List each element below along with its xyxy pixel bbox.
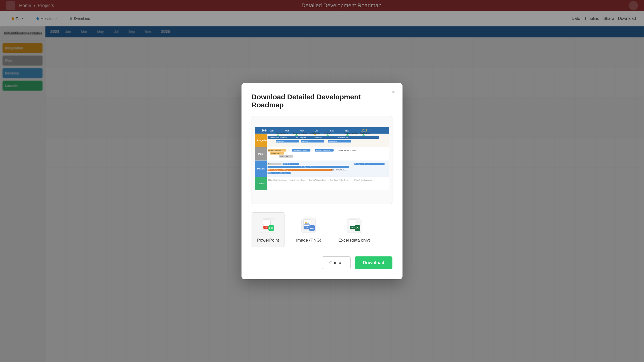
download-modal: × Download Detailed Development Roadmap … (242, 83, 403, 279)
format-options: P PPT PowerPoint PNG (252, 212, 392, 247)
svg-text:Prototype: Prototype (268, 163, 274, 165)
svg-text:Integration I: Integration I (276, 141, 284, 142)
svg-text:X: X (356, 226, 358, 229)
svg-text:Test Complete: Test Complete (295, 137, 306, 139)
svg-text:22 Jan ★ Public Website Live: 22 Jan ★ Public Website Live (268, 179, 287, 180)
svg-text:Monitoring: Monitoring (314, 137, 321, 139)
svg-text:Release Candidate: Release Candidate (344, 132, 358, 134)
modal-overlay: × Download Detailed Development Roadmap … (0, 0, 644, 362)
format-powerpoint[interactable]: P PPT PowerPoint (252, 212, 285, 247)
svg-text:2024: 2024 (262, 129, 268, 132)
svg-text:Development Phase II: Development Phase II (355, 163, 369, 165)
svg-text:Helpdesk Content Plan: Helpdesk Content Plan (316, 150, 330, 151)
format-png-label: Image (PNG) (296, 238, 321, 243)
svg-text:Load Balance: Load Balance (338, 137, 348, 139)
svg-text:Performance Validation: Performance Validation (270, 137, 287, 139)
svg-text:Launch: Launch (258, 182, 265, 185)
svg-rect-72 (255, 177, 389, 190)
svg-text:2025: 2025 (361, 129, 367, 132)
svg-text:24 Jan ★ Beta Blog Launch: 24 Jan ★ Beta Blog Launch (354, 179, 372, 180)
svg-text:Executive Review: Executive Review (276, 132, 289, 134)
svg-text:Assemble Resources: Assemble Resources (268, 150, 281, 151)
svg-text:Nov: Nov (345, 129, 349, 132)
cancel-button[interactable]: Cancel (322, 256, 351, 269)
svg-text:Alpha Build: Alpha Build (283, 163, 290, 165)
svg-text:2 Jul ★ WW Launch Event: 2 Jul ★ WW Launch Event (309, 179, 326, 180)
svg-text:Integration II: Integration II (302, 141, 310, 142)
svg-text:Develop: Develop (257, 167, 265, 170)
format-excel-label: Excel (data only) (338, 238, 370, 243)
format-png[interactable]: PNG IMG Image (PNG) (291, 212, 327, 247)
svg-text:Content 3: Content 3 (324, 132, 331, 134)
modal-close-button[interactable]: × (389, 88, 397, 96)
download-button[interactable]: Download (355, 256, 392, 269)
format-excel[interactable]: XLS X Excel (data only) (333, 212, 376, 247)
svg-text:May: May (300, 129, 305, 132)
svg-text:3 Jan - 7 Mar: 3 Jan - 7 Mar (280, 156, 288, 157)
svg-text:P: P (266, 226, 268, 229)
gantt-preview-container: 2024 Jan Mar May Jul Sep Nov 2025 (252, 116, 392, 204)
svg-text:Beta Release: Beta Release (310, 132, 320, 134)
svg-text:PNG: PNG (305, 227, 309, 228)
svg-text:IMG: IMG (310, 228, 314, 229)
svg-text:Final Release: Final Release (360, 132, 370, 134)
svg-text:RC Pilot Deployment ▼ 24 Aug: RC Pilot Deployment ▼ 24 Aug (268, 169, 288, 171)
svg-text:31 Oct - 1 Jan ★ V2 Developmen: 31 Oct - 1 Jan ★ V2 Development Begins (268, 172, 294, 174)
svg-text:Plan: Plan (258, 153, 263, 155)
excel-icon: XLS X (345, 217, 363, 235)
svg-text:19 Oct ★ RTW Deployment: 19 Oct ★ RTW Deployment (331, 169, 348, 171)
modal-actions: Cancel Download (252, 256, 392, 269)
svg-text:1 Aug ★ Planning R2 Begins: 1 Aug ★ Planning R2 Begins (338, 150, 356, 151)
svg-text:XLS: XLS (351, 227, 355, 229)
svg-text:4 Oct ★ Gartner Analyst Review: 4 Oct ★ Gartner Analyst Review (329, 179, 348, 180)
svg-text:PPT: PPT (269, 227, 274, 230)
svg-text:Jul: Jul (315, 129, 318, 132)
svg-text:Integration: Integration (257, 139, 268, 142)
svg-text:Sep: Sep (330, 129, 334, 132)
svg-text:Mar: Mar (285, 129, 289, 132)
svg-text:Subcontractor Selection: Subcontractor Selection (293, 150, 307, 151)
svg-text:Jan: Jan (270, 129, 274, 132)
svg-text:Executive Decision: Executive Decision (293, 132, 307, 134)
svg-text:Integration III: Integration III (329, 141, 337, 142)
png-icon: PNG IMG (300, 217, 318, 235)
powerpoint-icon: P PPT (259, 217, 277, 235)
modal-title: Download Detailed Development Roadmap (252, 93, 392, 109)
format-powerpoint-label: PowerPoint (257, 238, 279, 243)
gantt-preview-svg: 2024 Jan Mar May Jul Sep Nov 2025 (255, 119, 389, 200)
svg-text:Working Plans: Working Plans (271, 153, 280, 154)
svg-text:16 Apr ★ Press Release: 16 Apr ★ Press Release (290, 179, 305, 180)
svg-text:Development Phase I: Development Phase I (301, 166, 314, 168)
